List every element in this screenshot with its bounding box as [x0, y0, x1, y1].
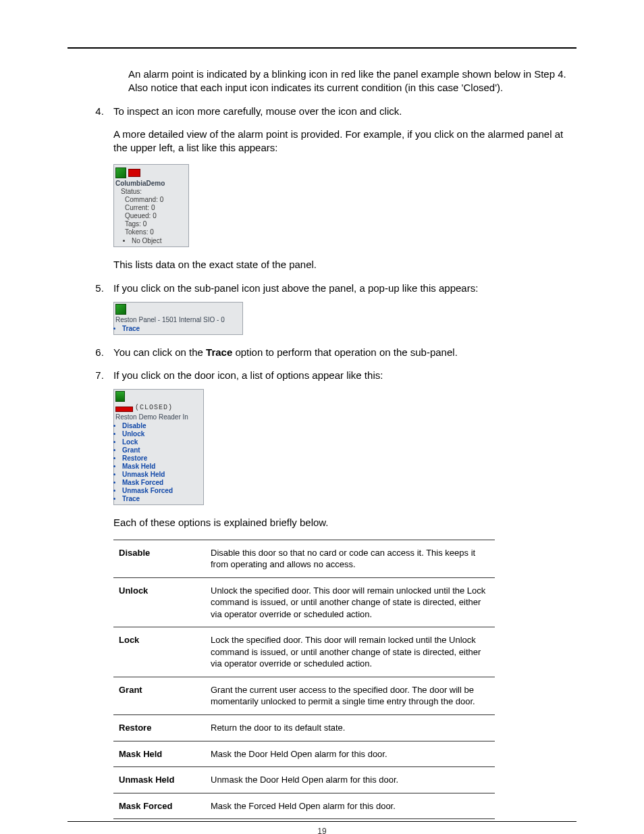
- door-icon: [115, 391, 125, 402]
- fig1-line: Command: 0: [125, 196, 187, 204]
- opt-val: Unlock the specified door. This door wil…: [205, 577, 495, 627]
- opt-key: Unlock: [113, 577, 205, 627]
- step-4-para: A more detailed view of the alarm point …: [113, 128, 576, 155]
- options-table: DisableDisable this door so that no card…: [113, 540, 495, 820]
- step-5-text: If you click on the sub-panel icon just …: [113, 282, 478, 294]
- step-5: If you click on the sub-panel icon just …: [107, 282, 576, 335]
- figure-subpanel-popup: Reston Panel - 1501 Internal SIO - 0 Tra…: [113, 302, 243, 335]
- fig1-bullet: No Object: [132, 237, 187, 245]
- figure-door-options: (CLOSED) Reston Demo Reader In Disable U…: [113, 389, 204, 505]
- door-opt-disable[interactable]: Disable: [122, 422, 202, 430]
- figure-panel-status: ColumbiaDemo Status: Command: 0 Current:…: [113, 164, 189, 247]
- table-row: Mask ForcedMask the Forced Held Open ala…: [113, 793, 495, 819]
- fig2-trace-link[interactable]: Trace: [122, 325, 241, 333]
- door-opt-unlock[interactable]: Unlock: [122, 430, 202, 438]
- fig3-title: Reston Demo Reader In: [115, 413, 202, 421]
- fig2-title: Reston Panel - 1501 Internal SIO - 0: [115, 316, 241, 324]
- opt-key: Lock: [113, 627, 205, 677]
- fig1-status-label: Status:: [115, 188, 187, 196]
- opt-val: Return the door to its default state.: [205, 714, 495, 741]
- opt-key: Mask Forced: [113, 793, 205, 819]
- opt-key: Disable: [113, 540, 205, 577]
- alarm-icon: [128, 169, 140, 177]
- fig1-title: ColumbiaDemo: [115, 180, 187, 188]
- step-6-post: option to perform that operation on the …: [232, 346, 458, 358]
- step-7: If you click on the door icon, a list of…: [107, 369, 576, 819]
- opt-val: Grant the current user access to the spe…: [205, 677, 495, 714]
- step-6-pre: You can click on the: [113, 346, 206, 358]
- opt-val: Lock the specified door. This door will …: [205, 627, 495, 677]
- table-row: UnlockUnlock the specified door. This do…: [113, 577, 495, 627]
- door-opt-grant[interactable]: Grant: [122, 446, 202, 454]
- opt-key: Grant: [113, 677, 205, 714]
- opt-val: Mask the Forced Held Open alarm for this…: [205, 793, 495, 819]
- table-row: Mask HeldMask the Door Held Open alarm f…: [113, 741, 495, 767]
- door-opt-restore[interactable]: Restore: [122, 454, 202, 463]
- door-opt-mask-forced[interactable]: Mask Forced: [122, 479, 202, 487]
- door-closed-label: (CLOSED): [135, 404, 173, 412]
- door-opt-unmask-held[interactable]: Unmask Held: [122, 471, 202, 479]
- opt-key: Unmask Held: [113, 767, 205, 793]
- subpanel-icon: [115, 304, 126, 315]
- door-opt-trace[interactable]: Trace: [122, 495, 202, 503]
- top-rule: [68, 47, 576, 49]
- step-6-bold: Trace: [206, 346, 232, 358]
- step-6: You can click on the Trace option to per…: [107, 346, 576, 359]
- table-row: DisableDisable this door so that no card…: [113, 540, 495, 577]
- table-row: GrantGrant the current user access to th…: [113, 677, 495, 714]
- opt-val: Mask the Door Held Open alarm for this d…: [205, 741, 495, 767]
- table-row: LockLock the specified door. This door w…: [113, 627, 495, 677]
- door-opt-mask-held[interactable]: Mask Held: [122, 463, 202, 471]
- door-alarm-icon: [115, 407, 133, 412]
- step-7-text: If you click on the door icon, a list of…: [113, 369, 383, 381]
- step-4: To inspect an icon more carefully, mouse…: [107, 105, 576, 272]
- step-7-after: Each of these options is explained brief…: [113, 516, 576, 529]
- footer-rule: [68, 821, 576, 822]
- step-4-text: To inspect an icon more carefully, mouse…: [113, 105, 402, 117]
- fig1-line: Current: 0: [125, 204, 187, 212]
- door-opt-lock[interactable]: Lock: [122, 438, 202, 446]
- table-row: Unmask HeldUnmask the Door Held Open ala…: [113, 767, 495, 793]
- opt-val: Unmask the Door Held Open alarm for this…: [205, 767, 495, 793]
- step-4-after: This lists data on the exact state of th…: [113, 258, 576, 271]
- door-opt-unmask-forced[interactable]: Unmask Forced: [122, 487, 202, 495]
- opt-key: Mask Held: [113, 741, 205, 767]
- fig1-line: Tags: 0: [125, 220, 187, 228]
- intro-paragraph: An alarm point is indicated by a blinkin…: [128, 68, 576, 95]
- page-number: 19: [317, 827, 326, 834]
- opt-val: Disable this door so that no card or cod…: [205, 540, 495, 577]
- panel-icon: [115, 167, 126, 178]
- fig1-line: Queued: 0: [125, 212, 187, 220]
- opt-key: Restore: [113, 714, 205, 741]
- table-row: RestoreReturn the door to its default st…: [113, 714, 495, 741]
- fig1-line: Tokens: 0: [125, 228, 187, 236]
